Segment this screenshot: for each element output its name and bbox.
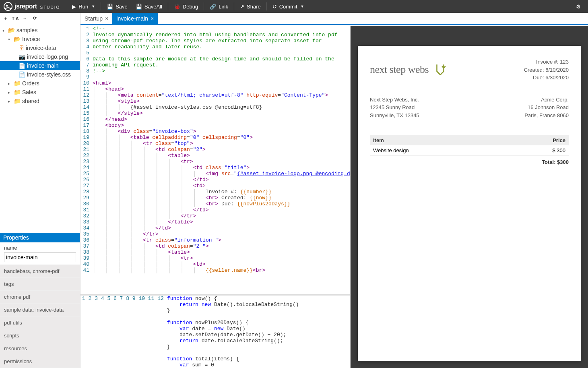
commit-button[interactable]: ↺ Commit ▼ <box>268 0 308 13</box>
gear-icon: ⚙ <box>576 4 581 10</box>
logo: jsreport STUDIO <box>3 2 68 11</box>
logo-studio: STUDIO <box>40 5 60 10</box>
jsreport-logo-icon <box>3 2 13 11</box>
share-button[interactable]: ↗ Share <box>236 0 265 13</box>
main-toolbar: jsreport STUDIO ▶ Run ▼ 💾 Save 💾 SaveAll… <box>0 0 588 13</box>
link-button[interactable]: 🔗 Link <box>206 0 232 13</box>
saveall-button[interactable]: 💾 SaveAll <box>132 0 166 13</box>
svg-point-1 <box>6 5 8 7</box>
logo-text: jsreport <box>14 3 37 10</box>
svg-point-0 <box>4 2 12 10</box>
debug-button[interactable]: 🐞 Debug <box>170 0 202 13</box>
run-button[interactable]: ▶ Run ▼ <box>68 0 99 13</box>
settings-button[interactable]: ⚙ <box>572 0 585 13</box>
save-button[interactable]: 💾 Save <box>103 0 132 13</box>
